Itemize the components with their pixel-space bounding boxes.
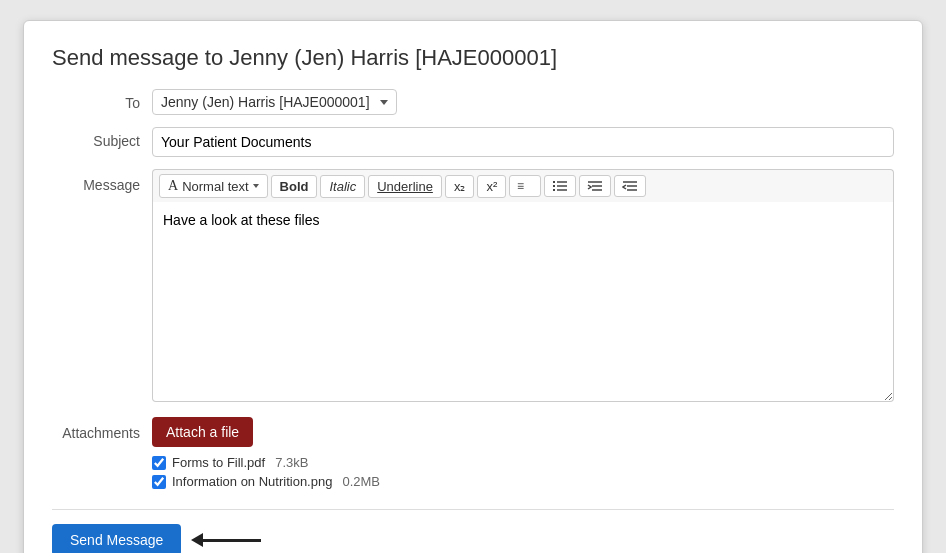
to-label: To bbox=[52, 89, 152, 111]
attachment-item-2: Information on Nutrition.png 0.2MB bbox=[152, 474, 894, 489]
superscript-button[interactable]: x² bbox=[477, 175, 506, 198]
arrow-line bbox=[201, 539, 261, 542]
arrow-indicator bbox=[201, 539, 261, 542]
to-value: Jenny (Jen) Harris [HAJE000001] bbox=[161, 94, 370, 110]
attachment-name-1: Forms to Fill.pdf bbox=[172, 455, 265, 470]
svg-text:≡: ≡ bbox=[517, 179, 524, 193]
to-field: Jenny (Jen) Harris [HAJE000001] bbox=[152, 89, 894, 115]
attachment-size-1: 7.3kB bbox=[275, 455, 308, 470]
font-icon: A bbox=[168, 178, 178, 194]
bold-button[interactable]: Bold bbox=[271, 175, 318, 198]
attachment-item: Forms to Fill.pdf 7.3kB bbox=[152, 455, 894, 470]
message-toolbar: A Normal text Bold Italic Underline x₂ x… bbox=[152, 169, 894, 202]
subject-row: Subject bbox=[52, 127, 894, 157]
subject-input[interactable] bbox=[152, 127, 894, 157]
modal-title: Send message to Jenny (Jen) Harris [HAJE… bbox=[52, 45, 894, 71]
indent-icon bbox=[587, 179, 603, 193]
modal-footer: Send Message bbox=[52, 509, 894, 553]
subscript-button[interactable]: x₂ bbox=[445, 175, 475, 198]
outdent-button[interactable] bbox=[614, 175, 646, 197]
message-label: Message bbox=[52, 169, 152, 193]
send-message-button[interactable]: Send Message bbox=[52, 524, 181, 553]
to-row: To Jenny (Jen) Harris [HAJE000001] bbox=[52, 89, 894, 115]
attachment-name-2: Information on Nutrition.png bbox=[172, 474, 332, 489]
unordered-list-button[interactable] bbox=[544, 175, 576, 197]
unordered-list-icon bbox=[552, 179, 568, 193]
ordered-list-icon: ≡ bbox=[517, 179, 533, 193]
chevron-down-icon bbox=[380, 100, 388, 105]
attachment-list: Forms to Fill.pdf 7.3kB Information on N… bbox=[152, 455, 894, 489]
attachment-size-2: 0.2MB bbox=[342, 474, 380, 489]
font-style-label: Normal text bbox=[182, 179, 248, 194]
message-row: Message A Normal text Bold Italic Underl… bbox=[52, 169, 894, 405]
ordered-list-button[interactable]: ≡ bbox=[509, 175, 541, 197]
attachments-row: Attachments Attach a file Forms to Fill.… bbox=[52, 417, 894, 493]
to-dropdown[interactable]: Jenny (Jen) Harris [HAJE000001] bbox=[152, 89, 397, 115]
underline-button[interactable]: Underline bbox=[368, 175, 442, 198]
subject-label: Subject bbox=[52, 127, 152, 149]
message-textarea[interactable]: Have a look at these files bbox=[152, 202, 894, 402]
message-field-container: A Normal text Bold Italic Underline x₂ x… bbox=[152, 169, 894, 405]
attachment-checkbox-2[interactable] bbox=[152, 475, 166, 489]
outdent-icon bbox=[622, 179, 638, 193]
send-message-modal: Send message to Jenny (Jen) Harris [HAJE… bbox=[23, 20, 923, 553]
attachments-field: Attach a file Forms to Fill.pdf 7.3kB In… bbox=[152, 417, 894, 493]
subject-field bbox=[152, 127, 894, 157]
font-style-chevron-icon bbox=[253, 184, 259, 188]
indent-button[interactable] bbox=[579, 175, 611, 197]
attach-file-button[interactable]: Attach a file bbox=[152, 417, 253, 447]
attachment-checkbox-1[interactable] bbox=[152, 456, 166, 470]
italic-button[interactable]: Italic bbox=[320, 175, 365, 198]
attachments-label: Attachments bbox=[52, 417, 152, 441]
font-style-dropdown[interactable]: A Normal text bbox=[159, 174, 268, 198]
